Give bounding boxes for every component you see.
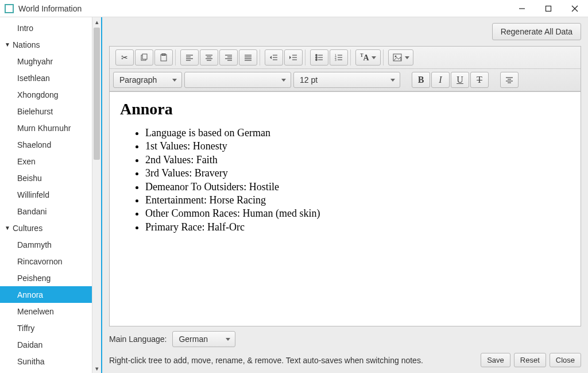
bulleted-list-button[interactable] [310,49,328,66]
tree-item-sunitha[interactable]: Sunitha [0,353,92,370]
tree-scrollbar[interactable]: ▴ ▾ [92,17,101,373]
tree-item-intro[interactable]: Intro [0,20,92,36]
chevron-down-icon [390,79,395,82]
align-center-button[interactable] [200,49,218,66]
tree-item-annora[interactable]: Annora [0,286,92,303]
tree-item-label: Peisheng [16,274,51,283]
clipboard-icon [159,53,168,62]
align-left-button[interactable] [180,49,199,66]
copy-button[interactable] [135,49,153,66]
tree-item-label: Intro [16,24,33,33]
paragraph-style-combo[interactable]: Paragraph [113,72,182,88]
tree-item-isethlean[interactable]: Isethlean [0,70,92,86]
svg-point-45 [394,56,396,57]
chevron-down-icon [281,79,286,82]
paragraph-style-value: Paragraph [119,75,157,84]
document-bullet: Other Common Races: Human (med skin) [145,207,570,220]
titlebar: World Information [0,0,588,17]
align-center-icon [204,53,214,61]
scroll-up-icon[interactable]: ▴ [92,17,101,26]
center-content-button[interactable] [500,72,519,88]
tree-item-label: Mughyahr [16,57,53,66]
indent-button[interactable] [284,49,303,66]
editor-content[interactable]: Annora Language is based on German1st Va… [109,91,581,326]
strikethrough-button[interactable]: T [470,72,489,88]
tree-item-mughyahr[interactable]: Mughyahr [0,53,92,70]
document-bullet: 2nd Values: Faith [145,153,570,167]
window-title: World Information [18,4,82,13]
tree-item-label: Tiffry [16,324,34,333]
reset-button[interactable]: Reset [514,353,546,367]
document-bullet: 3rd Values: Bravery [145,167,570,180]
paste-button[interactable] [154,49,173,66]
font-size-combo[interactable]: 12 pt [293,72,400,88]
tree-item-label: Beishu [16,174,42,183]
font-family-combo[interactable] [184,72,291,88]
document-bullet: Language is based on German [145,126,570,140]
align-right-button[interactable] [219,49,238,66]
document-bullets: Language is based on German1st Values: H… [120,126,570,234]
tree-item-nations[interactable]: ▼Nations [0,36,92,53]
insert-image-button[interactable] [388,49,413,66]
tree-item-xhongdong[interactable]: Xhongdong [0,86,92,103]
tree-item-tiffry[interactable]: Tiffry [0,320,92,336]
tree-item-murn-khurnuhr[interactable]: Murn Khurnuhr [0,120,92,136]
tree-item-peisheng[interactable]: Peisheng [0,270,92,286]
align-left-icon [185,53,194,61]
document-bullet: Demeanor To Outsiders: Hostile [145,180,570,194]
cut-button[interactable]: ✂ [115,49,134,66]
tree-item-label: Cultures [11,224,42,233]
indent-icon [289,53,298,61]
nav-tree[interactable]: Intro▼NationsMughyahrIsethleanXhongdongB… [0,17,92,373]
svg-rect-7 [162,54,165,56]
bold-icon: B [418,75,424,85]
tree-item-beishu[interactable]: Beishu [0,170,92,186]
tree-expand-icon[interactable]: ▼ [3,41,11,48]
outdent-button[interactable] [265,49,283,66]
tree-item-label: Exen [16,157,36,166]
save-button[interactable]: Save [481,353,510,367]
main-panel: Regenerate All Data ✂ [102,17,588,373]
chevron-down-icon [372,56,376,59]
tree-item-willinfeld[interactable]: Willinfeld [0,186,92,203]
tree-item-label: Bandani [16,207,47,216]
main-language-combo[interactable]: German [172,331,235,347]
chevron-down-icon [405,56,409,59]
maximize-button[interactable] [535,0,562,17]
tree-item-label: Daidan [16,340,42,349]
italic-icon: I [439,75,442,85]
svg-rect-5 [142,54,147,59]
tree-item-exen[interactable]: Exen [0,153,92,170]
document-bullet: 1st Values: Honesty [145,140,570,153]
close-button[interactable]: Close [550,353,581,367]
tree-item-bandani[interactable]: Bandani [0,203,92,220]
document-title: Annora [120,100,570,118]
scrollbar-thumb[interactable] [94,28,100,160]
numbered-list-button[interactable]: 123 [330,49,348,66]
tree-item-dammyth[interactable]: Dammyth [0,236,92,253]
tree-item-shaelond[interactable]: Shaelond [0,136,92,153]
tree-item-rincavornon[interactable]: Rincavornon [0,253,92,270]
underline-button[interactable]: U [451,72,469,88]
svg-point-32 [316,55,318,56]
tree-expand-icon[interactable]: ▼ [3,225,11,231]
tree-item-bielehurst[interactable]: Bielehurst [0,103,92,120]
svg-marker-31 [289,56,291,59]
tree-item-menelwen[interactable]: Menelwen [0,303,92,320]
scroll-down-icon[interactable]: ▾ [92,364,101,373]
copy-icon [140,53,149,62]
regenerate-all-data-button[interactable]: Regenerate All Data [492,23,581,40]
close-window-button[interactable] [562,0,588,17]
underline-icon: U [457,75,463,85]
tree-item-daidan[interactable]: Daidan [0,336,92,353]
font-color-button[interactable]: TA [355,49,381,66]
document-bullet: Entertainment: Horse Racing [145,194,570,207]
bold-button[interactable]: B [412,72,430,88]
italic-button[interactable]: I [431,72,450,88]
minimize-button[interactable] [509,0,535,17]
editor-toolbar: ✂ [109,46,581,91]
tree-item-label: Xhongdong [16,90,59,99]
align-justify-button[interactable] [239,49,257,66]
sidebar: Intro▼NationsMughyahrIsethleanXhongdongB… [0,17,102,373]
tree-item-cultures[interactable]: ▼Cultures [0,220,92,236]
